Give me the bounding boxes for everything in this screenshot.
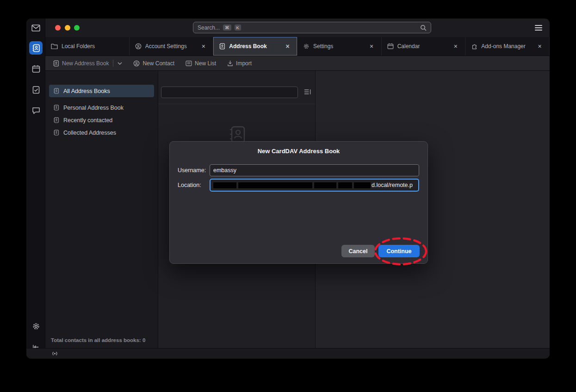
dialog-title: New CardDAV Address Book [170,148,427,155]
tab-local-folders[interactable]: Local Folders [45,37,130,56]
app-window: Search... ⌘ K Local Folders Ac [26,19,550,359]
address-book-icon [32,44,40,52]
username-label: Username: [178,167,210,174]
list-item-label: All Address Books [63,88,110,94]
display-options-button[interactable] [304,89,312,95]
toolbar-divider [113,60,113,67]
address-book-icon [53,105,59,111]
gear-icon [32,322,40,330]
addressbook-toolbar: New Address Book New Contact New List [45,56,550,71]
new-carddav-dialog: New CardDAV Address Book Username: Locat… [169,141,428,264]
close-tab-icon[interactable]: × [199,43,207,50]
redaction-bar [354,182,371,188]
tab-settings[interactable]: Settings × [297,37,382,56]
tasks-space-button[interactable] [29,83,43,96]
redaction-bar [213,182,236,188]
new-address-book-button[interactable]: New Address Book [50,58,111,68]
chevron-down-icon [118,62,122,65]
address-book-icon [53,117,59,123]
address-book-icon [53,88,59,94]
app-menu-button[interactable] [535,25,542,31]
close-tab-icon[interactable]: × [536,43,544,50]
sort-icon [304,89,312,95]
address-books-pane: All Address Books Personal Address Book … [45,71,158,348]
username-row: Username: [178,164,419,176]
list-item-label: Recently contacted [63,117,112,124]
new-contact-button[interactable]: New Contact [130,58,177,68]
folder-icon [51,44,58,49]
close-tab-icon[interactable]: × [284,43,291,50]
location-row: Location: d.local/remote.p [178,179,419,192]
mail-icon [31,25,40,31]
mail-space-button[interactable] [29,21,43,35]
cancel-button[interactable]: Cancel [341,245,375,257]
tab-bar: Local Folders Account Settings × Address… [45,37,550,56]
titlebar: Search... ⌘ K [45,19,550,37]
desktop-background: Search... ⌘ K Local Folders Ac [0,0,576,392]
new-address-book-dropdown[interactable] [115,60,125,67]
location-label: Location: [178,182,210,188]
gear-icon [303,43,310,50]
tab-label: Address Book [229,43,266,50]
calendar-space-button[interactable] [29,62,43,75]
broadcast-icon [51,351,59,356]
calendar-icon [32,65,40,73]
close-window-button[interactable] [55,25,61,31]
tab-label: Calendar [397,43,420,50]
search-placeholder: Search... [198,25,220,31]
minimize-window-button[interactable] [65,25,70,31]
address-book-icon [53,130,59,136]
close-tab-icon[interactable]: × [368,43,376,50]
calendar-icon [387,43,394,50]
continue-button[interactable]: Continue [378,245,420,257]
tab-calendar[interactable]: Calendar × [382,37,466,56]
status-bar [26,348,550,359]
zoom-window-button[interactable] [74,25,80,31]
tab-addons-manager[interactable]: Add-ons Manager × [465,37,550,56]
address-books-list: All Address Books Personal Address Book … [45,71,158,139]
list-item-label: Personal Address Book [63,105,124,111]
puzzle-icon [471,43,477,50]
new-list-button[interactable]: New List [183,58,219,68]
redaction-bar [238,182,312,188]
global-search-field[interactable]: Search... ⌘ K [193,22,431,33]
tab-account-settings[interactable]: Account Settings × [130,37,214,56]
tasks-icon [32,86,40,94]
close-tab-icon[interactable]: × [452,43,459,50]
tab-label: Add-ons Manager [481,43,525,50]
location-input[interactable]: d.local/remote.p [210,179,419,192]
dialog-buttons: Cancel Continue [341,245,420,257]
list-item-recently-contacted[interactable]: Recently contacted [49,114,154,126]
new-contact-icon [133,60,140,67]
list-item-personal-address-book[interactable]: Personal Address Book [49,101,154,114]
tab-label: Settings [313,43,333,50]
chat-space-button[interactable] [29,104,43,117]
list-item-collected-addresses[interactable]: Collected Addresses [49,126,154,139]
cmd-keycap: ⌘ [223,25,231,31]
address-book-icon [219,43,225,50]
contacts-count-status: Total contacts in all address books: 0 [51,337,145,343]
redaction-bar [314,182,336,188]
new-list-label: New List [195,60,216,67]
import-button[interactable]: Import [224,58,254,68]
tab-label: Account Settings [145,43,187,50]
account-icon [135,43,142,50]
contacts-header [158,71,315,104]
new-list-icon [186,61,192,66]
address-book-space-button[interactable] [29,41,43,55]
tab-address-book[interactable]: Address Book × [213,37,297,56]
username-input[interactable] [210,164,419,176]
tab-label: Local Folders [62,43,95,50]
redaction-bar [338,182,352,188]
location-visible-text: d.local/remote.p [372,182,413,188]
k-keycap: K [235,25,241,31]
settings-button[interactable] [29,319,43,333]
chat-icon [32,106,40,115]
new-address-book-label: New Address Book [62,60,109,67]
contacts-search-input[interactable] [161,87,298,98]
list-item-all-address-books[interactable]: All Address Books [49,85,154,97]
address-book-icon [53,60,59,67]
app-spaces-strip [26,19,45,359]
import-label: Import [236,60,252,67]
list-item-label: Collected Addresses [63,130,116,136]
